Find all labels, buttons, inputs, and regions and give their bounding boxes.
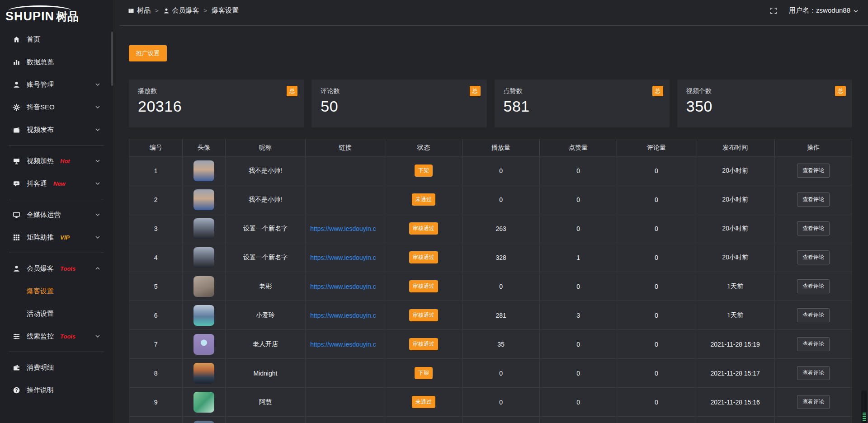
sidebar-scrollbar[interactable] xyxy=(111,32,113,86)
sidebar-divider xyxy=(9,145,104,146)
cell-avatar xyxy=(183,330,225,359)
video-link[interactable]: https://www.iesdouyin.c xyxy=(310,225,376,232)
sidebar-subitem-activity-settings[interactable]: 活动设置 xyxy=(0,302,113,325)
sidebar-item-home[interactable]: 首页 xyxy=(0,28,113,51)
status-badge: 审核通过 xyxy=(409,222,438,235)
cell-avatar xyxy=(183,185,225,214)
table-row: 4 设置一个新名字 https://www.iesdouyin.c 审核通过 3… xyxy=(129,243,852,272)
status-badge: 审核通过 xyxy=(409,338,438,350)
col-header-link: 链接 xyxy=(306,139,385,156)
monitor-icon xyxy=(128,8,134,14)
sidebar-item-clue-monitor[interactable]: 线索监控 Tools xyxy=(0,325,113,348)
sidebar-item-video-publish[interactable]: 视频发布 xyxy=(0,118,113,141)
cell-status: 审核通过 xyxy=(385,330,462,359)
page-scrollbar-widget[interactable] xyxy=(861,390,867,423)
sidebar-item-data-overview[interactable]: 数据总览 xyxy=(0,51,113,73)
table-row: 1 我不是小帅! 下架 0 0 0 20小时前 查看评论 xyxy=(129,156,852,185)
view-comments-button[interactable]: 查看评论 xyxy=(797,279,830,293)
view-comments-button[interactable]: 查看评论 xyxy=(797,395,830,409)
sidebar-item-consumption-detail[interactable]: 消费明细 xyxy=(0,356,113,379)
cell-likes: 0 xyxy=(540,272,617,301)
breadcrumb-root[interactable]: 树品 xyxy=(128,6,151,15)
cell-id: 6 xyxy=(129,301,183,330)
cell-nickname: Midnight xyxy=(225,359,305,388)
avatar xyxy=(193,189,214,210)
view-comments-button[interactable]: 查看评论 xyxy=(797,308,830,322)
table-row: 8 Midnight 下架 0 0 0 2021-11-28 15:17 查看评… xyxy=(129,359,852,388)
grid-icon xyxy=(13,234,20,241)
total-badge: 总 xyxy=(652,86,663,96)
sidebar-item-video-heat[interactable]: 视频加热 Hot xyxy=(0,150,113,172)
cell-link xyxy=(306,388,385,417)
view-comments-button[interactable]: 查看评论 xyxy=(797,164,830,178)
cell-action: 查看评论 xyxy=(774,301,852,330)
sidebar-divider xyxy=(9,352,104,352)
cell-likes: 0 xyxy=(540,359,617,388)
app-logo[interactable]: SHUPIN树品 xyxy=(0,0,113,28)
cell-time: 2021-11-28 15:16 xyxy=(696,388,774,417)
video-publish-icon xyxy=(13,126,20,134)
sidebar-item-label: 首页 xyxy=(27,35,40,44)
cell-avatar xyxy=(183,243,225,272)
sidebar-item-label: 会员爆客 xyxy=(27,264,54,273)
cell-link xyxy=(306,359,385,388)
sidebar-item-douyin-seo[interactable]: 抖音SEO xyxy=(0,96,113,118)
cell-action: 查看评论 xyxy=(774,272,852,301)
cell-time: 1天前 xyxy=(696,272,774,301)
cell-comments: 0 xyxy=(617,359,696,388)
sidebar-subitem-baoke-settings[interactable]: 爆客设置 xyxy=(0,280,113,302)
breadcrumb-section[interactable]: 会员爆客 xyxy=(163,6,199,15)
svg-text:?: ? xyxy=(15,388,18,393)
cell-status: 审核通过 xyxy=(385,301,462,330)
cell-avatar xyxy=(183,272,225,301)
view-comments-button[interactable]: 查看评论 xyxy=(797,337,830,351)
cell-plays: 263 xyxy=(462,214,540,243)
sidebar-item-douketong[interactable]: 抖客通 New xyxy=(0,172,113,195)
bar-chart-icon xyxy=(13,58,20,66)
cell-id: 3 xyxy=(129,214,183,243)
video-link[interactable]: https://www.iesdouyin.c xyxy=(310,312,376,319)
cell-nickname: 我不是小帅! xyxy=(225,156,305,185)
cell-comments: 0 xyxy=(617,243,696,272)
sidebar-item-label: 抖音SEO xyxy=(27,103,55,112)
view-comments-button[interactable]: 查看评论 xyxy=(797,221,830,235)
sidebar-item-matrix-boost[interactable]: 矩阵助推 VIP xyxy=(0,226,113,249)
cell-comments: 0 xyxy=(617,272,696,301)
cell-time: 20小时前 xyxy=(696,214,774,243)
sidebar-item-label: 数据总览 xyxy=(27,58,54,66)
cell-link: https://www.iesdouyin.c xyxy=(306,272,385,301)
table-row: 6 小爱玲 https://www.iesdouyin.c 审核通过 281 3… xyxy=(129,301,852,330)
table-row: 7 老人开店 https://www.iesdouyin.c 审核通过 35 0… xyxy=(129,330,852,359)
promo-settings-button[interactable]: 推广设置 xyxy=(129,45,167,61)
user-menu[interactable]: 用户名：zswodun88 xyxy=(789,6,858,15)
sidebar-item-member-baoke[interactable]: 会员爆客 Tools xyxy=(0,257,113,280)
sidebar-item-instructions[interactable]: ? 操作说明 xyxy=(0,379,113,401)
view-comments-button[interactable]: 查看评论 xyxy=(797,250,830,264)
view-comments-button[interactable]: 查看评论 xyxy=(797,366,830,380)
view-comments-button[interactable]: 查看评论 xyxy=(797,193,830,207)
cell-avatar xyxy=(183,214,225,243)
cell-id xyxy=(129,417,183,423)
video-link[interactable]: https://www.iesdouyin.c xyxy=(310,341,376,348)
cell-plays: 0 xyxy=(462,156,540,185)
chevron-down-icon xyxy=(95,182,100,185)
sidebar: SHUPIN树品 首页 数据总览 账号管理 xyxy=(0,0,113,423)
stat-label: 评论数 xyxy=(321,87,477,95)
avatar xyxy=(193,247,214,268)
sidebar-item-omnimedia[interactable]: 全媒体运营 xyxy=(0,203,113,226)
table-header-row: 编号 头像 昵称 链接 状态 播放量 点赞量 评论量 发布时间 操作 xyxy=(129,139,852,156)
stat-value: 50 xyxy=(321,98,477,115)
col-header-plays: 播放量 xyxy=(462,139,540,156)
cell-avatar xyxy=(183,417,225,423)
cell-likes: 3 xyxy=(540,301,617,330)
hot-badge: Hot xyxy=(60,158,70,164)
cell-plays xyxy=(462,417,540,423)
fullscreen-icon[interactable] xyxy=(770,7,777,14)
video-link[interactable]: https://www.iesdouyin.c xyxy=(310,254,376,261)
gear-icon xyxy=(13,103,20,111)
video-link[interactable]: https://www.iesdouyin.c xyxy=(310,283,376,290)
sidebar-item-account-mgmt[interactable]: 账号管理 xyxy=(0,73,113,96)
cell-plays: 0 xyxy=(462,359,540,388)
cell-status: 未通过 xyxy=(385,388,462,417)
breadcrumb-page-label: 爆客设置 xyxy=(212,6,239,15)
